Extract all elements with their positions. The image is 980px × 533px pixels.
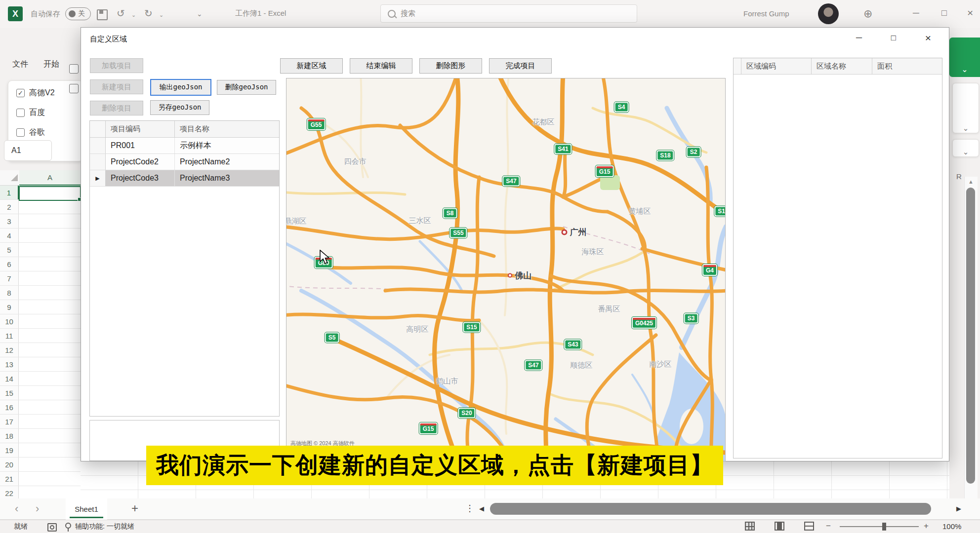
column-header-r[interactable]: R <box>956 172 962 181</box>
delete-geojson-button[interactable]: 删除geoJson <box>217 80 276 95</box>
load-project-button[interactable]: 加载项目 <box>90 58 143 73</box>
save-icon[interactable] <box>97 9 108 20</box>
tab-file[interactable]: 文件 <box>12 59 28 70</box>
grid-row-4[interactable]: 4 <box>0 228 81 243</box>
window-maximize-button[interactable]: □ <box>941 8 947 18</box>
delete-shape-button[interactable]: 删除图形 <box>419 58 482 74</box>
macro-record-icon[interactable] <box>47 523 57 532</box>
grid-row-5[interactable]: 5 <box>0 243 81 257</box>
row-header-17[interactable]: 17 <box>0 415 19 428</box>
grid-row-7[interactable]: 7 <box>0 271 81 286</box>
col-project-code[interactable]: 项目编码 <box>106 121 175 137</box>
row-header-12[interactable]: 12 <box>0 343 19 357</box>
page-break-view-icon[interactable] <box>804 522 814 531</box>
undo-chevron-icon[interactable]: ⌄ <box>131 12 136 18</box>
sheet-tab-sheet1[interactable]: Sheet1 <box>66 498 107 520</box>
vertical-scrollbar[interactable]: ▲ <box>964 177 978 498</box>
row-header-20[interactable]: 20 <box>0 457 19 471</box>
hscroll-right-icon[interactable]: ▶ <box>956 505 961 512</box>
checkbox-谷歌[interactable] <box>16 128 25 137</box>
row-header-21[interactable]: 21 <box>0 472 19 486</box>
autosave-toggle[interactable]: 关 <box>65 7 91 20</box>
row-header-22[interactable]: 22 <box>0 486 19 500</box>
cell-project-name[interactable]: 示例样本 <box>175 138 279 153</box>
horizontal-scroll-thumb[interactable] <box>490 503 931 515</box>
row-header-6[interactable]: 6 <box>0 257 19 271</box>
row-header-2[interactable]: 2 <box>0 200 19 214</box>
grid-row-17[interactable]: 17 <box>0 415 81 429</box>
row-header-16[interactable]: 16 <box>0 400 19 414</box>
redo-icon[interactable]: ↻ <box>144 7 153 19</box>
ribbon-green-button[interactable]: ⌄ <box>949 38 980 77</box>
hscroll-left-icon[interactable]: ◀ <box>479 505 484 512</box>
delete-project-button[interactable]: 删除项目 <box>90 101 143 115</box>
ribbon-display-icon[interactable]: ⊕ <box>863 7 872 20</box>
col-region-code[interactable]: 区域编码 <box>741 58 812 74</box>
cell-project-code[interactable]: ProjectCode3 <box>106 170 175 186</box>
grid-row-18[interactable]: 18 <box>0 429 81 443</box>
vertical-scroll-thumb[interactable] <box>966 188 975 484</box>
grid-row-19[interactable]: 19 <box>0 443 81 457</box>
window-close-button[interactable]: × <box>967 7 973 19</box>
new-region-button[interactable]: 新建区域 <box>280 58 343 74</box>
zoom-slider-thumb[interactable] <box>882 523 886 531</box>
grid-row-8[interactable]: 8 <box>0 286 81 300</box>
row-header-3[interactable]: 3 <box>0 214 19 228</box>
grid-row-9[interactable]: 9 <box>0 300 81 314</box>
provider-谷歌[interactable]: 谷歌 <box>16 127 45 138</box>
horizontal-scrollbar[interactable] <box>488 501 954 516</box>
grid-row-11[interactable]: 11 <box>0 329 81 343</box>
stray-checkbox-2[interactable] <box>69 84 79 93</box>
project-row-ProjectCode3[interactable]: ▶ProjectCode3ProjectName3 <box>90 170 279 187</box>
end-edit-button[interactable]: 结束编辑 <box>350 58 412 74</box>
zoom-out-icon[interactable]: − <box>826 521 831 531</box>
grid-row-10[interactable]: 10 <box>0 314 81 329</box>
search-input[interactable]: 搜索 <box>380 4 637 23</box>
grid-row-16[interactable]: 16 <box>0 400 81 415</box>
cell-project-code[interactable]: PR001 <box>106 138 175 153</box>
new-project-button[interactable]: 新建项目 <box>90 79 143 94</box>
row-header-15[interactable]: 15 <box>0 386 19 400</box>
sheet-prev-icon[interactable]: ‹ <box>15 502 18 515</box>
project-row-PR001[interactable]: PR001示例样本 <box>90 138 279 154</box>
ribbon-dropdown-panel[interactable]: ⌄ <box>952 83 979 133</box>
grid-row-12[interactable]: 12 <box>0 343 81 357</box>
dialog-maximize-button[interactable]: □ <box>885 32 902 44</box>
page-layout-view-icon[interactable] <box>775 522 784 531</box>
sheet-next-icon[interactable]: › <box>36 502 39 515</box>
row-header-19[interactable]: 19 <box>0 443 19 457</box>
col-region-name[interactable]: 区域名称 <box>812 58 872 74</box>
grid-row-20[interactable]: 20 <box>0 457 81 472</box>
cell-project-name[interactable]: ProjectName3 <box>175 170 279 186</box>
excel-app-icon[interactable]: X <box>8 6 23 21</box>
row-selector[interactable] <box>90 154 106 170</box>
normal-view-icon[interactable] <box>745 522 755 531</box>
cell-project-code[interactable]: ProjectCode2 <box>106 154 175 170</box>
checkbox-高德V2[interactable]: ✓ <box>16 89 25 97</box>
zoom-percent[interactable]: 100% <box>942 522 961 531</box>
stray-checkbox-1[interactable] <box>69 64 79 74</box>
export-geojson-button[interactable]: 输出geoJson <box>150 79 211 96</box>
window-minimize-button[interactable]: ─ <box>913 8 919 18</box>
customize-qat-icon[interactable]: ⌄ <box>197 10 203 18</box>
map-canvas[interactable]: 四会市花都区鼎湖区三水区黄埔区海珠区番禺区高明区顺德区南沙区鹤山市广州佛山G55… <box>286 78 726 461</box>
column-header-a[interactable]: A <box>19 170 81 186</box>
add-sheet-icon[interactable]: + <box>131 501 138 515</box>
saveas-geojson-button[interactable]: 另存geoJson <box>150 100 209 115</box>
col-project-name[interactable]: 项目名称 <box>175 121 279 137</box>
provider-百度[interactable]: 百度 <box>16 108 45 118</box>
row-selector[interactable]: ▶ <box>90 170 106 186</box>
ribbon-dropdown-small[interactable]: ⌄ <box>952 139 979 157</box>
sheet-menu-icon[interactable]: ⋮ <box>465 503 474 514</box>
grid-row-2[interactable]: 2 <box>0 200 81 214</box>
row-header-9[interactable]: 9 <box>0 300 19 314</box>
undo-icon[interactable]: ↺ <box>117 7 125 19</box>
zoom-in-icon[interactable]: + <box>924 521 929 531</box>
avatar[interactable] <box>818 3 839 24</box>
row-header-14[interactable]: 14 <box>0 372 19 385</box>
row-header-13[interactable]: 13 <box>0 357 19 371</box>
scroll-up-icon[interactable]: ▲ <box>968 179 974 185</box>
provider-高德V2[interactable]: ✓高德V2 <box>16 88 55 98</box>
worksheet-grid[interactable]: 12345678910111213141516171819202122 <box>0 186 81 499</box>
grid-row-3[interactable]: 3 <box>0 214 81 228</box>
